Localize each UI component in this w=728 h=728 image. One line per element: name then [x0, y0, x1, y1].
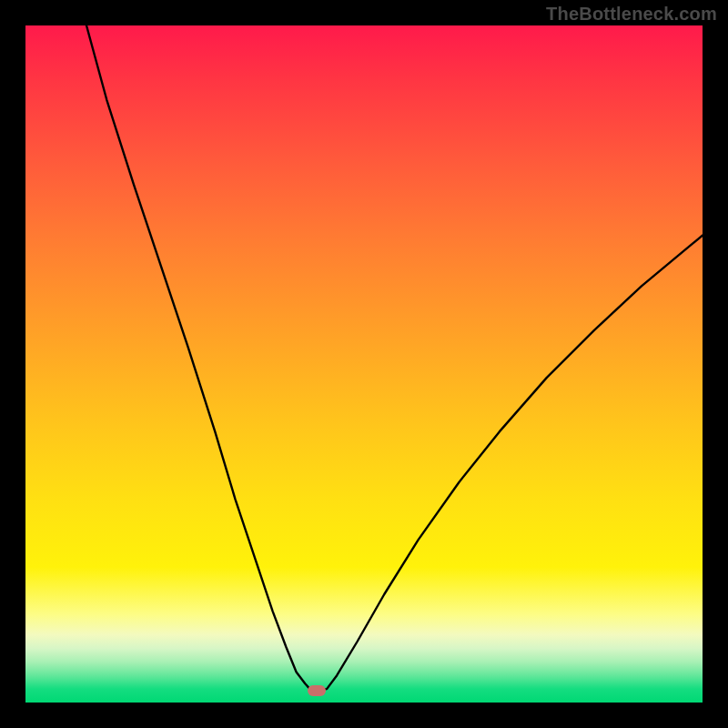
- curve-path: [86, 25, 703, 691]
- optimal-point-marker: [308, 685, 326, 696]
- chart-frame: TheBottleneck.com: [0, 0, 728, 728]
- watermark-text: TheBottleneck.com: [546, 4, 717, 25]
- bottleneck-curve: [25, 25, 703, 703]
- plot-area: [25, 25, 703, 703]
